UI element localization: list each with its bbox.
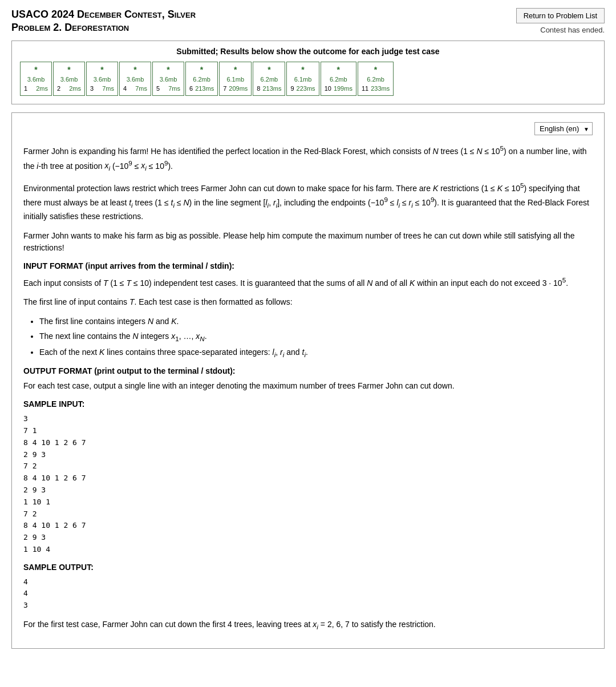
- test-case-num: 5: [156, 84, 160, 93]
- test-case-size: 3.6mb: [156, 75, 180, 84]
- test-case-num: 1: [24, 84, 27, 93]
- test-case: * 6.1mb 7 209ms: [219, 62, 252, 96]
- results-title: Submitted; Results below show the outcom…: [20, 47, 596, 56]
- test-case-num: 3: [90, 84, 94, 93]
- test-cases-container: * 3.6mb 1 2ms * 3.6mb 2 2ms * 3.6mb 3 7m…: [20, 62, 596, 97]
- test-case-num: 4: [123, 84, 127, 93]
- test-case: * 6.2mb 8 213ms: [253, 62, 285, 96]
- sample-input-heading: SAMPLE INPUT:: [23, 399, 593, 409]
- test-case-star: *: [90, 64, 114, 76]
- test-case-star: *: [189, 64, 214, 76]
- test-case-num: 6: [189, 84, 193, 93]
- sample-input-block: 3 7 1 8 4 10 1 2 6 7 2 9 3 7 2 8 4 10 1 …: [23, 413, 593, 556]
- test-case-star: *: [57, 64, 81, 76]
- test-case: * 3.6mb 4 7ms: [119, 62, 151, 96]
- input-bullets-list: The first line contains integers N and K…: [39, 316, 593, 359]
- right-header: Return to Problem List Contest has ended…: [516, 8, 605, 34]
- test-case-time: 7ms: [102, 84, 114, 93]
- title-block: USACO 2024 December Contest, Silver Prob…: [11, 8, 196, 35]
- results-box: Submitted; Results below show the outcom…: [11, 41, 605, 104]
- test-case-num: 9: [290, 84, 294, 93]
- test-case-time: 213ms: [262, 84, 281, 93]
- page-title: USACO 2024 December Contest, Silver Prob…: [11, 8, 196, 35]
- test-case-star: *: [223, 64, 248, 76]
- test-case-num: 2: [57, 84, 60, 93]
- test-case-num: 11: [362, 84, 368, 93]
- test-case-star: *: [325, 64, 352, 76]
- test-case: * 3.6mb 1 2ms: [20, 62, 52, 96]
- bullet-3: Each of the next K lines contains three …: [39, 346, 593, 360]
- test-case-size: 6.1mb: [290, 75, 315, 84]
- test-case-star: *: [362, 64, 390, 76]
- test-case-star: *: [24, 64, 48, 76]
- test-case-star: *: [290, 64, 315, 76]
- page-header: USACO 2024 December Contest, Silver Prob…: [0, 0, 616, 41]
- test-case-num: 8: [257, 84, 260, 93]
- test-case-size: 3.6mb: [90, 75, 114, 84]
- problem-text: Farmer John is expanding his farm! He ha…: [23, 143, 593, 632]
- test-case-time: 7ms: [168, 84, 180, 93]
- input-para2: The first line of input contains T. Each…: [23, 296, 593, 309]
- test-case-star: *: [257, 64, 281, 76]
- test-case-size: 6.2mb: [189, 75, 214, 84]
- output-para: For each test case, output a single line…: [23, 380, 593, 393]
- language-select[interactable]: English (en): [534, 122, 593, 135]
- intro-para: Farmer John is expanding his farm! He ha…: [23, 143, 593, 173]
- test-case-time: 2ms: [69, 84, 81, 93]
- sample-output-heading: SAMPLE OUTPUT:: [23, 563, 593, 572]
- sample-output-block: 4 4 3: [23, 576, 593, 612]
- test-case-num: 7: [223, 84, 226, 93]
- test-case-size: 6.1mb: [223, 75, 248, 84]
- test-case-size: 3.6mb: [123, 75, 147, 84]
- test-case: * 6.1mb 9 223ms: [286, 62, 319, 96]
- test-case-size: 3.6mb: [24, 75, 48, 84]
- input-format-heading: INPUT FORMAT (input arrives from the ter…: [23, 261, 593, 270]
- test-case-time: 2ms: [36, 84, 48, 93]
- return-to-problem-list-button[interactable]: Return to Problem List: [516, 8, 605, 23]
- test-case-time: 233ms: [371, 84, 390, 93]
- test-case-size: 6.2mb: [257, 75, 281, 84]
- test-case: * 6.2mb 10 199ms: [321, 62, 356, 96]
- explanation-para: For the first test case, Farmer John can…: [23, 619, 593, 632]
- input-para1: Each input consists of T (1 ≤ T ≤ 10) in…: [23, 275, 593, 289]
- test-case-size: 6.2mb: [325, 75, 352, 84]
- test-case-time: 213ms: [195, 84, 214, 93]
- contest-status: Contest has ended.: [540, 26, 605, 34]
- test-case: * 6.2mb 11 233ms: [358, 62, 394, 96]
- test-case-size: 6.2mb: [362, 75, 390, 84]
- test-case: * 3.6mb 5 7ms: [152, 62, 184, 96]
- test-case-size: 3.6mb: [57, 75, 81, 84]
- test-case-time: 7ms: [135, 84, 147, 93]
- bullet-1: The first line contains integers N and K…: [39, 316, 593, 328]
- bullet-2: The next line contains the N integers x1…: [39, 330, 593, 344]
- test-case-star: *: [156, 64, 180, 76]
- test-case-num: 10: [325, 84, 331, 93]
- language-select-wrapper[interactable]: English (en): [534, 122, 593, 135]
- test-case-time: 209ms: [229, 84, 248, 93]
- test-case-star: *: [123, 64, 147, 76]
- test-case-time: 223ms: [297, 84, 315, 93]
- problem-box: English (en) Farmer John is expanding hi…: [11, 112, 605, 649]
- language-select-row: English (en): [23, 122, 593, 135]
- para2: Environmental protection laws restrict w…: [23, 180, 593, 223]
- output-format-heading: OUTPUT FORMAT (print output to the termi…: [23, 366, 593, 375]
- test-case-time: 199ms: [334, 84, 352, 93]
- test-case: * 3.6mb 2 2ms: [53, 62, 85, 96]
- test-case: * 6.2mb 6 213ms: [185, 62, 218, 96]
- para3: Farmer John wants to make his farm as bi…: [23, 230, 593, 254]
- test-case: * 3.6mb 3 7ms: [86, 62, 118, 96]
